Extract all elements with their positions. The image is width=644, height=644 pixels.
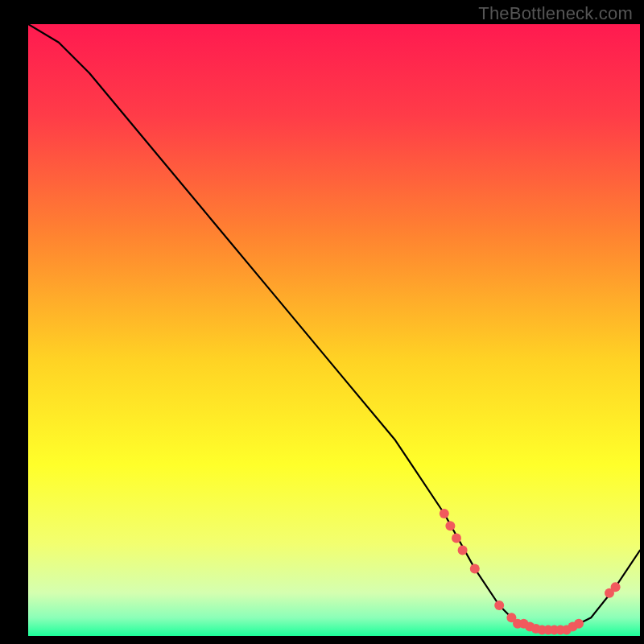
plot-area [28, 24, 640, 636]
marker-dot [458, 546, 468, 555]
watermark-text: TheBottleneck.com [478, 3, 633, 24]
marker-dot [452, 533, 461, 543]
marker-dot [440, 509, 449, 518]
chart-container: TheBottleneck.com [0, 0, 644, 644]
curve-layer [28, 24, 640, 636]
marker-dot [574, 619, 584, 629]
marker-dot [445, 521, 455, 530]
marker-dot [611, 582, 621, 592]
marker-dot [494, 601, 504, 610]
bottleneck-curve [28, 24, 640, 630]
marker-dot [470, 564, 480, 573]
